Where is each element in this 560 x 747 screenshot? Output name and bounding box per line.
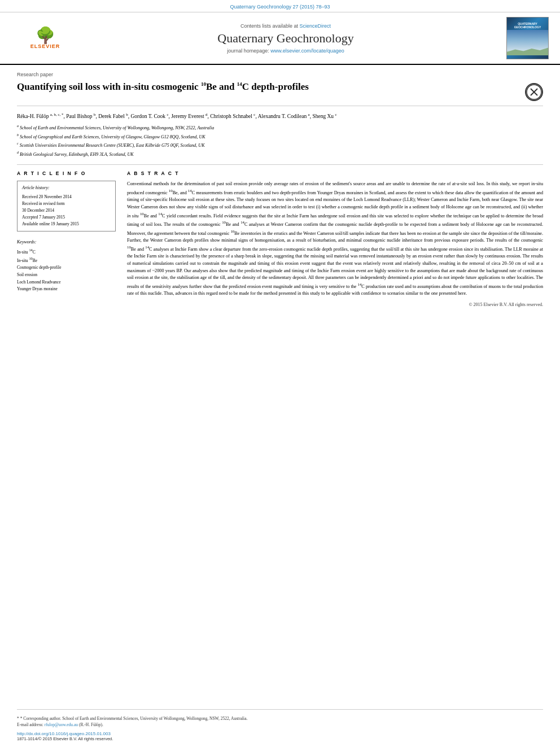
left-column: A R T I C L E I N F O Article history: R…: [17, 171, 116, 307]
accepted-date: Accepted 7 January 2015: [22, 214, 111, 221]
keyword-6: Younger Dryas moraine: [17, 286, 116, 293]
available-date: Available online 19 January 2015: [22, 221, 111, 228]
crossmark-section: [520, 83, 543, 101]
paper-title: Quantifying soil loss with in-situ cosmo…: [17, 81, 520, 93]
email-link[interactable]: rfulop@uow.edu.au: [45, 722, 78, 727]
affiliation-a: a School of Earth and Environmental Scie…: [17, 124, 543, 132]
doi-link[interactable]: http://dx.doi.org/10.1016/j.quageo.2015.…: [17, 731, 543, 736]
journal-title: Quaternary Geochronology: [79, 31, 492, 46]
two-column-layout: A R T I C L E I N F O Article history: R…: [17, 171, 543, 307]
journal-citation-bar: Quaternary Geochronology 27 (2015) 78–93: [0, 0, 560, 12]
keywords-label: Keywords:: [17, 238, 116, 246]
keyword-2: In-situ 10Be: [17, 256, 116, 264]
affiliation-d: d British Geological Survey, Edinburgh, …: [17, 150, 543, 158]
affiliation-c: c Scottish Universities Environmental Re…: [17, 141, 543, 149]
sciencedirect-link[interactable]: ScienceDirect: [300, 23, 331, 29]
main-content: Research paper Quantifying soil loss wit…: [0, 65, 560, 704]
cover-title-text: QUATERNARY GEOCHRONOLOGY: [507, 21, 548, 30]
authors-line: Réka-H. Fülöp a, b, c, *, Paul Bishop b,…: [17, 112, 543, 120]
revised-date1: Received in revised form: [22, 200, 111, 207]
journal-homepage-link[interactable]: www.elsevier.com/locate/quageo: [270, 48, 344, 54]
paper-title-section: Quantifying soil loss with in-situ cosmo…: [17, 81, 543, 106]
elsevier-wordmark: ELSEVIER: [30, 43, 60, 49]
affiliation-b: b School of Geographical and Earth Scien…: [17, 133, 543, 141]
cover-landscape-image: [507, 30, 548, 55]
keyword-5: Loch Lomond Readvance: [17, 279, 116, 286]
paper-type-label: Research paper: [17, 72, 543, 77]
email-suffix: (R.-H. Fülöp).: [79, 722, 103, 727]
journal-citation-link[interactable]: Quaternary Geochronology 27 (2015) 78–93: [230, 4, 330, 10]
affiliations-section: a School of Earth and Environmental Scie…: [17, 124, 543, 165]
paper-title-sup2: 14: [237, 81, 242, 87]
corresponding-text: * Corresponding author. School of Earth …: [20, 716, 248, 721]
email-label: E-mail address:: [17, 722, 43, 727]
keywords-section: Keywords: In-situ 14C In-situ 10Be Cosmo…: [17, 238, 116, 293]
copyright-line: © 2015 Elsevier B.V. All rights reserved…: [127, 302, 543, 307]
elsevier-tree-icon: 🌳: [36, 28, 55, 43]
paper-title-text2: Be and: [206, 81, 237, 92]
journal-header: 🌳 ELSEVIER Contents lists available at S…: [0, 12, 560, 65]
article-info-heading: A R T I C L E I N F O: [17, 171, 116, 176]
corresponding-author-note: * * Corresponding author. School of Eart…: [17, 715, 543, 728]
article-history-label: Article history:: [22, 185, 111, 192]
paper-title-sup1: 10: [201, 81, 206, 87]
keyword-3: Cosmogenic depth-profile: [17, 264, 116, 272]
received-date: Received 20 November 2014: [22, 194, 111, 200]
elsevier-logo: 🌳 ELSEVIER: [20, 24, 71, 53]
paper-title-text1: Quantifying soil loss with in-situ cosmo…: [17, 81, 201, 92]
article-info-box: Article history: Received 20 November 20…: [17, 181, 116, 231]
keyword-1: In-situ 14C: [17, 247, 116, 256]
journal-cover-section: QUATERNARY GEOCHRONOLOGY: [492, 17, 549, 59]
revised-date2: 30 December 2014: [22, 207, 111, 214]
journal-title-section: Contents lists available at ScienceDirec…: [79, 23, 492, 54]
paper-title-text3: C depth-profiles: [242, 81, 309, 92]
right-column: A B S T R A C T Conventional methods for…: [127, 171, 543, 307]
crossmark-icon: [525, 83, 543, 101]
keyword-4: Soil erosion: [17, 272, 116, 279]
journal-homepage: journal homepage: www.elsevier.com/locat…: [79, 48, 492, 54]
footer: * * Corresponding author. School of Eart…: [17, 709, 543, 748]
abstract-heading: A B S T R A C T: [127, 171, 543, 176]
abstract-text: Conventional methods for the determinati…: [127, 181, 543, 298]
journal-cover-image: QUATERNARY GEOCHRONOLOGY: [506, 17, 549, 59]
elsevier-logo-section: 🌳 ELSEVIER: [11, 24, 79, 53]
contents-line: Contents lists available at ScienceDirec…: [79, 23, 492, 29]
issn-line: 1871-1014/© 2015 Elsevier B.V. All right…: [17, 736, 543, 741]
